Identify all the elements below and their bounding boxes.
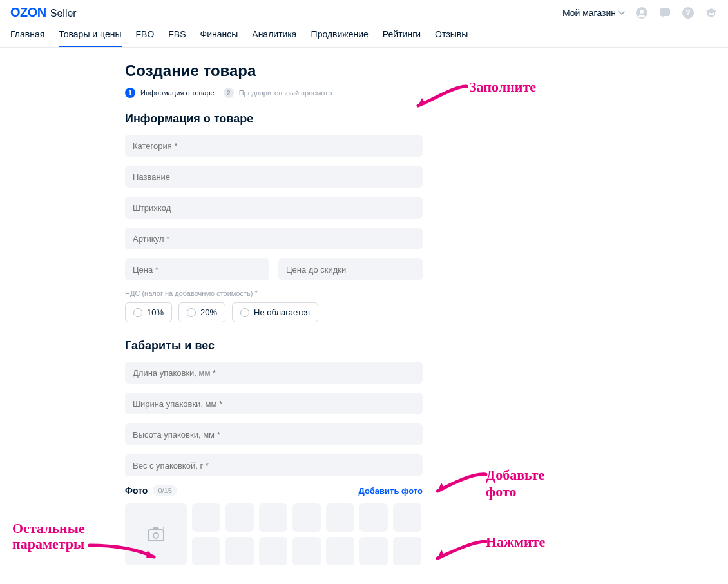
photo-thumb[interactable] bbox=[393, 503, 421, 532]
camera-plus-icon: + bbox=[147, 527, 165, 542]
step-2-badge: 2 bbox=[224, 88, 234, 98]
page-title: Создание товара bbox=[125, 62, 548, 80]
photo-grid: + bbox=[125, 503, 423, 565]
price-before-field[interactable] bbox=[278, 258, 423, 280]
step-2-label: Предварительный просмотр bbox=[239, 89, 332, 97]
barcode-field[interactable] bbox=[125, 197, 423, 219]
svg-text:+: + bbox=[161, 527, 165, 532]
my-shop-dropdown[interactable]: Мой магазин bbox=[562, 8, 625, 18]
svg-text:?: ? bbox=[685, 8, 690, 17]
radio-icon bbox=[133, 308, 142, 317]
photo-thumb[interactable] bbox=[225, 537, 254, 565]
nav-item-ratings[interactable]: Рейтинги bbox=[383, 29, 421, 47]
annotation-add-photo: Добавьте фото bbox=[486, 467, 548, 500]
photo-thumb[interactable] bbox=[326, 537, 354, 565]
length-field[interactable] bbox=[125, 362, 423, 384]
photo-thumb[interactable] bbox=[393, 537, 421, 565]
photo-thumb[interactable] bbox=[259, 537, 287, 565]
nav-item-finance[interactable]: Финансы bbox=[200, 29, 238, 47]
step-2[interactable]: 2 Предварительный просмотр bbox=[224, 88, 332, 98]
logo-brand: OZON bbox=[10, 5, 46, 20]
nav-item-products[interactable]: Товары и цены bbox=[59, 29, 121, 47]
info-section-title: Информация о товаре bbox=[125, 112, 548, 126]
graduation-icon[interactable] bbox=[705, 6, 718, 19]
main: Создание товара 1 Информация о товаре 2 … bbox=[125, 48, 548, 584]
radio-icon bbox=[240, 308, 249, 317]
nav-item-fbo[interactable]: FBO bbox=[136, 29, 155, 47]
photo-thumb[interactable] bbox=[192, 537, 220, 565]
vat-10[interactable]: 10% bbox=[125, 302, 172, 322]
category-field[interactable] bbox=[125, 135, 423, 157]
arrow-icon bbox=[428, 535, 492, 564]
vat-20[interactable]: 20% bbox=[178, 302, 225, 322]
photo-header: Фото 0/15 Добавить фото bbox=[125, 485, 423, 496]
arrow-icon bbox=[428, 467, 492, 499]
article-field[interactable] bbox=[125, 228, 423, 249]
photo-title: Фото bbox=[125, 485, 148, 496]
step-1-badge: 1 bbox=[125, 88, 135, 98]
width-field[interactable] bbox=[125, 393, 423, 414]
photo-thumbs bbox=[192, 503, 423, 565]
photo-thumb[interactable] bbox=[259, 503, 287, 532]
add-photo-link[interactable]: Добавить фото bbox=[358, 486, 423, 496]
photo-thumb[interactable] bbox=[292, 537, 321, 565]
photo-count: 0/15 bbox=[153, 485, 177, 496]
photo-thumb[interactable] bbox=[359, 503, 388, 532]
help-icon[interactable]: ? bbox=[682, 6, 694, 19]
step-1[interactable]: 1 Информация о товаре bbox=[125, 88, 215, 98]
svg-point-1 bbox=[640, 10, 644, 14]
photo-thumb[interactable] bbox=[326, 503, 354, 532]
header: OZON Seller Мой магазин ? bbox=[0, 0, 728, 20]
dims-section-title: Габариты и вес bbox=[125, 339, 548, 353]
nav-item-fbs[interactable]: FBS bbox=[168, 29, 186, 47]
height-field[interactable] bbox=[125, 423, 423, 445]
svg-point-6 bbox=[153, 533, 158, 538]
steps: 1 Информация о товаре 2 Предварительный … bbox=[125, 88, 548, 98]
nav-item-promotion[interactable]: Продвижение bbox=[311, 29, 369, 47]
annotation-rest-params: Остальные параметры bbox=[12, 521, 85, 552]
radio-icon bbox=[187, 308, 196, 317]
user-icon[interactable] bbox=[635, 6, 648, 19]
chevron-down-icon bbox=[618, 11, 625, 15]
photo-main-upload[interactable]: + bbox=[125, 503, 187, 565]
header-right: Мой магазин ? bbox=[562, 6, 718, 19]
nav-item-analytics[interactable]: Аналитика bbox=[252, 29, 296, 47]
chat-icon[interactable] bbox=[658, 6, 671, 19]
nav-item-main[interactable]: Главная bbox=[10, 29, 44, 47]
vat-label: НДС (налог на добавочную стоимость) * bbox=[125, 289, 548, 297]
photo-thumb[interactable] bbox=[359, 537, 388, 565]
photo-thumb[interactable] bbox=[192, 503, 220, 532]
logo[interactable]: OZON Seller bbox=[10, 5, 77, 20]
annotation-press: Нажмите bbox=[486, 534, 545, 550]
photo-thumb[interactable] bbox=[292, 503, 321, 532]
vat-options: 10% 20% Не облагается bbox=[125, 302, 548, 322]
price-field[interactable] bbox=[125, 258, 269, 280]
weight-field[interactable] bbox=[125, 454, 423, 476]
logo-sub: Seller bbox=[50, 8, 77, 19]
nav: Главная Товары и цены FBO FBS Финансы Ан… bbox=[0, 20, 728, 48]
name-field[interactable] bbox=[125, 166, 423, 188]
step-1-label: Информация о товаре bbox=[140, 89, 215, 97]
photo-thumb[interactable] bbox=[225, 503, 254, 532]
svg-rect-2 bbox=[660, 8, 670, 16]
nav-item-reviews[interactable]: Отзывы bbox=[435, 29, 468, 47]
my-shop-label: Мой магазин bbox=[562, 8, 616, 18]
vat-none[interactable]: Не облагается bbox=[232, 302, 318, 322]
